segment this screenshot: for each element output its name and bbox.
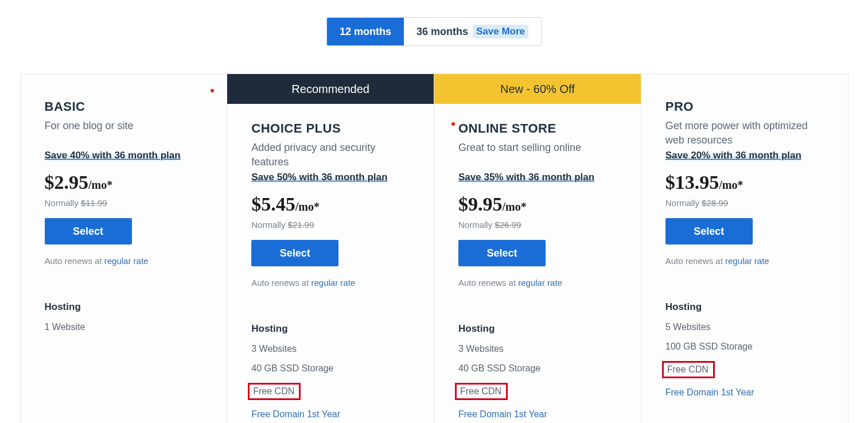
auto-renew-note: Auto renews at regular rate	[665, 256, 824, 266]
highlight-box: Free CDN	[248, 383, 301, 400]
regular-rate-link[interactable]: regular rate	[518, 278, 562, 288]
feature-item: Free CDN	[251, 383, 410, 400]
normally-price: Normally $28.99	[665, 198, 824, 208]
recommended-banner: Recommended	[227, 74, 434, 104]
normally-price: Normally $11.99	[45, 198, 203, 208]
normally-amount: $21.99	[288, 220, 314, 230]
term-toggle-group: 12 months 36 months Save More	[326, 17, 542, 46]
save-with-36[interactable]: Save 35% with 36 month plan	[458, 172, 594, 183]
term-36-label: 36 months	[417, 26, 468, 38]
price-unit: /mo*	[719, 178, 743, 191]
price-unit: /mo*	[88, 178, 112, 191]
select-button[interactable]: Select	[251, 240, 338, 266]
auto-renew-note: Auto renews at regular rate	[458, 278, 617, 288]
plan-name: ONLINE STORE	[458, 121, 617, 136]
select-button[interactable]: Select	[45, 218, 132, 245]
normally-prefix: Normally	[665, 198, 702, 208]
pricing-plans: BASIC For one blog or site Save 40% with…	[20, 73, 848, 423]
regular-rate-link[interactable]: regular rate	[311, 278, 355, 288]
normally-prefix: Normally	[45, 198, 81, 208]
auto-renew-note: Auto renews at regular rate	[45, 256, 203, 266]
feature-item: Free CDN	[665, 361, 824, 378]
price-unit: /mo*	[295, 200, 320, 213]
save-with-36[interactable]: Save 40% with 36 month plan	[45, 150, 181, 161]
save-with-36[interactable]: Save 50% with 36 month plan	[251, 172, 387, 183]
feature-item[interactable]: Free Domain 1st Year	[665, 387, 824, 398]
plan-name: BASIC	[45, 99, 203, 114]
plan-price: $2.95/mo*	[45, 172, 203, 193]
normally-price: Normally $26.99	[458, 220, 617, 230]
feature-item: 40 GB SSD Storage	[251, 363, 410, 374]
feature-item[interactable]: Free Domain 1st Year	[251, 409, 410, 420]
save-with-36[interactable]: Save 20% with 36 month plan	[665, 150, 801, 161]
plan-price: $13.95/mo*	[665, 172, 824, 193]
regular-rate-link[interactable]: regular rate	[104, 256, 149, 266]
regular-rate-link[interactable]: regular rate	[725, 256, 769, 266]
marker-dot-icon	[451, 122, 455, 126]
normally-amount: $26.99	[495, 220, 521, 230]
feature-item: Free CDN	[458, 383, 617, 400]
price-amount: $13.95	[665, 172, 719, 193]
plan-price: $9.95/mo*	[458, 193, 617, 215]
hosting-heading: Hosting	[251, 323, 410, 335]
plan-basic: BASIC For one blog or site Save 40% with…	[21, 74, 228, 423]
hosting-heading: Hosting	[665, 301, 824, 313]
feature-item: 5 Websites	[665, 322, 824, 332]
feature-item: 40 GB SSD Storage	[458, 363, 617, 374]
feature-item: 3 Websites	[458, 344, 617, 354]
plan-desc: Added privacy and security features	[251, 141, 410, 172]
save-more-pill: Save More	[473, 25, 528, 38]
feature-item: 100 GB SSD Storage	[665, 341, 824, 352]
price-amount: $9.95	[458, 193, 503, 215]
plan-name: PRO	[665, 99, 824, 114]
normally-price: Normally $21.99	[251, 220, 410, 230]
plan-pro: PRO Get more power with optimized web re…	[641, 74, 848, 423]
renew-prefix: Auto renews at	[458, 278, 518, 288]
plan-desc: Get more power with optimized web resour…	[665, 119, 824, 150]
term-12-months[interactable]: 12 months	[327, 18, 404, 45]
normally-amount: $11.99	[81, 198, 107, 208]
plan-price: $5.45/mo*	[251, 193, 410, 215]
auto-renew-note: Auto renews at regular rate	[251, 278, 410, 288]
highlight-box: Free CDN	[455, 383, 508, 400]
plan-desc: For one blog or site	[45, 119, 203, 150]
normally-prefix: Normally	[458, 220, 495, 230]
new-banner: New - 60% Off	[434, 74, 641, 104]
highlight-box: Free CDN	[662, 361, 715, 378]
select-button[interactable]: Select	[665, 218, 753, 245]
plan-desc: Great to start selling online	[458, 141, 617, 172]
price-unit: /mo*	[503, 200, 527, 213]
renew-prefix: Auto renews at	[251, 278, 311, 288]
term-toggle: 12 months 36 months Save More	[0, 17, 868, 46]
renew-prefix: Auto renews at	[665, 256, 725, 266]
hosting-heading: Hosting	[45, 301, 203, 313]
term-36-months[interactable]: 36 months Save More	[404, 18, 541, 45]
plan-choice-plus: Recommended CHOICE PLUS Added privacy an…	[227, 74, 434, 423]
plan-name: CHOICE PLUS	[251, 121, 410, 136]
select-button[interactable]: Select	[458, 240, 546, 266]
feature-item[interactable]: Free Domain 1st Year	[458, 409, 617, 420]
renew-prefix: Auto renews at	[45, 256, 104, 266]
marker-dot-icon	[211, 89, 214, 92]
feature-item: 3 Websites	[251, 344, 410, 354]
price-amount: $2.95	[45, 172, 89, 193]
price-amount: $5.45	[251, 193, 295, 215]
plan-online-store: New - 60% Off ONLINE STORE Great to star…	[434, 74, 641, 423]
hosting-heading: Hosting	[458, 323, 617, 335]
normally-amount: $28.99	[702, 198, 728, 208]
feature-item: 1 Website	[45, 322, 203, 332]
normally-prefix: Normally	[251, 220, 287, 230]
